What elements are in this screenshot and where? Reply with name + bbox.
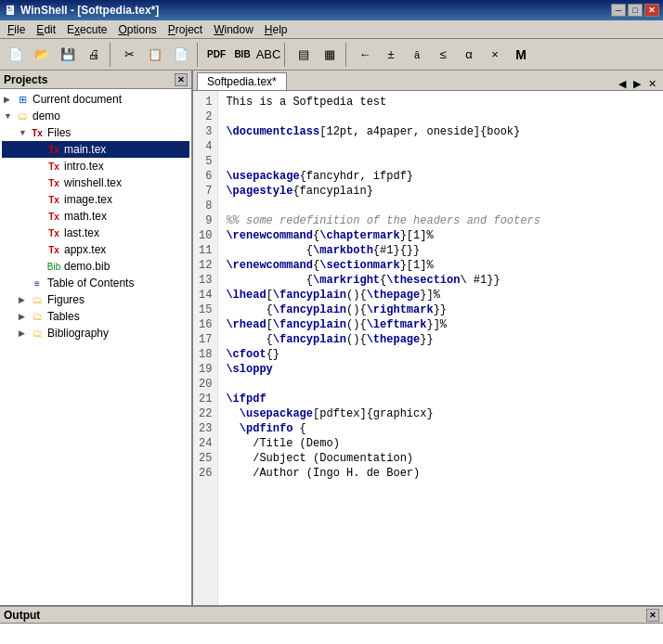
folder-icon: 🗂 xyxy=(30,292,45,307)
title-bar-left: 🖥 WinShell - [Softpedia.tex*] xyxy=(4,3,159,18)
menu-bar: File Edit Execute Options Project Window… xyxy=(0,20,663,39)
files-icon: Tx xyxy=(30,125,45,140)
menu-execute[interactable]: Execute xyxy=(61,21,112,38)
tree-label: main.tex xyxy=(64,143,106,156)
tree-arrow: ▶ xyxy=(19,295,30,304)
tree-label: appx.tex xyxy=(64,243,106,256)
tree-label: Bibliography xyxy=(47,327,109,340)
tree-label: last.tex xyxy=(64,226,99,239)
tree-arrow: ▼ xyxy=(19,128,30,137)
new-button[interactable]: 📄 xyxy=(4,43,28,67)
output-panel: Output ✕ Output Log Search Results Tasks xyxy=(0,605,663,644)
copy-button[interactable]: 📋 xyxy=(143,43,167,67)
tree-item-winshell-tex[interactable]: Tx winshell.tex xyxy=(2,174,189,191)
minimize-button[interactable]: ─ xyxy=(611,4,626,17)
title-bar: 🖥 WinShell - [Softpedia.tex*] ─ □ ✕ xyxy=(0,0,663,20)
bibtex-button[interactable]: BIB xyxy=(230,43,254,67)
paste-button[interactable]: 📄 xyxy=(169,43,193,67)
code-editor[interactable]: This is a Softpedia test \documentclass[… xyxy=(218,91,663,605)
tab-label: Softpedia.tex* xyxy=(207,75,277,88)
tree-arrow: ▶ xyxy=(19,328,30,338)
tab-next-button[interactable]: ▶ xyxy=(630,78,644,90)
tex-icon: Tx xyxy=(46,192,61,207)
tree-label: Tables xyxy=(47,310,80,323)
save-button[interactable]: 💾 xyxy=(56,43,80,67)
overline-a[interactable]: ā xyxy=(405,43,429,67)
menu-window[interactable]: Window xyxy=(208,21,259,38)
tree-label: winshell.tex xyxy=(64,176,122,189)
tree-item-figures[interactable]: ▶ 🗂 Figures xyxy=(2,291,189,308)
open-button[interactable]: 📂 xyxy=(30,43,54,67)
print-button[interactable]: 🖨 xyxy=(82,43,106,67)
tree-item-main-tex[interactable]: Tx main.tex xyxy=(2,141,189,158)
projects-tree: ▶ ⊞ Current document ▼ 🗂 demo ▼ Tx Files… xyxy=(0,89,191,605)
editor-area: Softpedia.tex* ◀ ▶ ✕ 12345 678910 111213… xyxy=(193,71,663,605)
tree-item-intro-tex[interactable]: Tx intro.tex xyxy=(2,158,189,174)
plus-minus[interactable]: ± xyxy=(379,43,403,67)
sep3 xyxy=(284,43,288,67)
format-btn1[interactable]: ▤ xyxy=(292,43,316,67)
menu-help[interactable]: Help xyxy=(259,21,293,38)
projects-close-button[interactable]: ✕ xyxy=(175,73,188,86)
tree-item-current-document[interactable]: ▶ ⊞ Current document xyxy=(2,91,189,108)
tree-item-last-tex[interactable]: Tx last.tex xyxy=(2,225,189,241)
spell-button[interactable]: ABC xyxy=(256,43,280,67)
tree-label: image.tex xyxy=(64,193,112,206)
editor-tab-softpedia[interactable]: Softpedia.tex* xyxy=(197,72,287,90)
tree-label: Figures xyxy=(47,293,84,306)
tab-nav: ◀ ▶ ✕ xyxy=(616,78,659,90)
sep2 xyxy=(197,43,201,67)
tree-item-toc[interactable]: ≡ Table of Contents xyxy=(2,275,189,291)
output-title: Output xyxy=(4,609,40,622)
output-close-button[interactable]: ✕ xyxy=(646,609,659,622)
folder-icon: 🗂 xyxy=(30,309,45,324)
big-m[interactable]: M xyxy=(509,43,533,67)
leq[interactable]: ≤ xyxy=(431,43,455,67)
tree-label: Current document xyxy=(32,93,122,106)
menu-edit[interactable]: Edit xyxy=(31,21,61,38)
menu-project[interactable]: Project xyxy=(162,21,208,38)
latex-button[interactable]: PDF xyxy=(204,43,228,67)
tree-item-files[interactable]: ▼ Tx Files xyxy=(2,124,189,141)
tree-item-math-tex[interactable]: Tx math.tex xyxy=(2,208,189,225)
tree-label: demo xyxy=(32,109,60,122)
tree-item-bibliography[interactable]: ▶ 🗂 Bibliography xyxy=(2,325,189,341)
close-button[interactable]: ✕ xyxy=(644,4,659,17)
demo-icon: 🗂 xyxy=(15,109,30,123)
tree-arrow: ▶ xyxy=(4,95,15,104)
tex-icon: Tx xyxy=(46,142,61,157)
sep4 xyxy=(345,43,349,67)
tree-label: demo.bib xyxy=(64,260,110,273)
title-bar-controls[interactable]: ─ □ ✕ xyxy=(611,4,659,17)
menu-options[interactable]: Options xyxy=(112,21,162,38)
tree-label: Files xyxy=(47,126,71,139)
tree-item-demo[interactable]: ▼ 🗂 demo xyxy=(2,108,189,124)
projects-title: Projects xyxy=(4,73,47,86)
tree-item-tables[interactable]: ▶ 🗂 Tables xyxy=(2,308,189,325)
tree-item-image-tex[interactable]: Tx image.tex xyxy=(2,191,189,208)
format-btn2[interactable]: ▦ xyxy=(318,43,342,67)
main-content: Projects ✕ ▶ ⊞ Current document ▼ 🗂 demo… xyxy=(0,71,663,605)
cut-button[interactable]: ✂ xyxy=(117,43,141,67)
tree-arrow: ▶ xyxy=(19,312,30,321)
tab-expand-button[interactable]: ✕ xyxy=(645,78,659,90)
tex-icon: Tx xyxy=(46,175,61,190)
arrow-left[interactable]: ← xyxy=(353,43,377,67)
menu-file[interactable]: File xyxy=(2,21,31,38)
tree-item-demo-bib[interactable]: Bib demo.bib xyxy=(2,258,189,275)
tex-icon: Tx xyxy=(46,159,61,174)
tab-prev-button[interactable]: ◀ xyxy=(616,78,629,90)
times[interactable]: × xyxy=(483,43,507,67)
tree-label: intro.tex xyxy=(64,160,104,173)
title-text: WinShell - [Softpedia.tex*] xyxy=(20,4,159,17)
bib-icon: Bib xyxy=(46,259,61,274)
tex-icon: Tx xyxy=(46,242,61,257)
tree-item-appx-tex[interactable]: Tx appx.tex xyxy=(2,241,189,258)
folder-icon: 🗂 xyxy=(30,326,45,341)
toc-icon: ≡ xyxy=(30,276,45,290)
maximize-button[interactable]: □ xyxy=(628,4,643,17)
current-doc-icon: ⊞ xyxy=(15,92,30,107)
alpha[interactable]: α xyxy=(457,43,481,67)
app-icon: 🖥 xyxy=(4,3,17,18)
editor-content[interactable]: 12345 678910 1112131415 1617181920 21222… xyxy=(193,91,663,605)
